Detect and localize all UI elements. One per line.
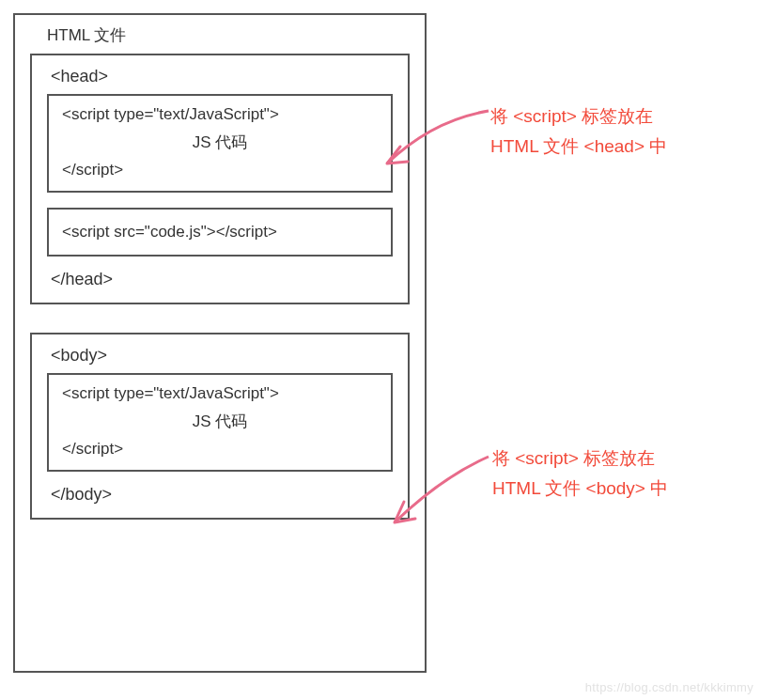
head-annotation-line2: HTML 文件 <head> 中 bbox=[490, 132, 667, 162]
body-annotation: 将 <script> 标签放在 HTML 文件 <body> 中 bbox=[492, 443, 668, 505]
head-script-close: </script> bbox=[62, 161, 378, 179]
body-script-open: <script type="text/JavaScript"> bbox=[62, 384, 378, 403]
head-script-content: JS 代码 bbox=[62, 132, 378, 153]
head-open-tag: <head> bbox=[51, 67, 393, 86]
body-script-block-box: <script type="text/JavaScript"> JS 代码 </… bbox=[47, 373, 393, 472]
body-script-content: JS 代码 bbox=[62, 411, 378, 432]
head-close-tag: </head> bbox=[51, 270, 393, 289]
watermark-text: https://blog.csdn.net/kkkimmy bbox=[585, 680, 753, 694]
head-script-open: <script type="text/JavaScript"> bbox=[62, 105, 378, 124]
head-external-script-box: <script src="code.js"></script> bbox=[47, 208, 393, 257]
head-annotation-line1: 将 <script> 标签放在 bbox=[490, 101, 667, 132]
html-file-box: HTML 文件 <head> <script type="text/JavaSc… bbox=[13, 13, 427, 673]
html-file-title: HTML 文件 bbox=[47, 24, 410, 46]
body-script-close: </script> bbox=[62, 440, 378, 459]
body-annotation-line1: 将 <script> 标签放在 bbox=[492, 443, 668, 474]
head-script-block-box: <script type="text/JavaScript"> JS 代码 </… bbox=[47, 94, 393, 193]
head-section-box: <head> <script type="text/JavaScript"> J… bbox=[30, 54, 410, 304]
head-external-script: <script src="code.js"></script> bbox=[62, 223, 277, 241]
body-open-tag: <body> bbox=[51, 346, 393, 366]
body-annotation-line2: HTML 文件 <body> 中 bbox=[492, 474, 668, 504]
body-section-box: <body> <script type="text/JavaScript"> J… bbox=[30, 333, 410, 520]
head-annotation: 将 <script> 标签放在 HTML 文件 <head> 中 bbox=[490, 101, 667, 163]
body-close-tag: </body> bbox=[51, 485, 393, 505]
